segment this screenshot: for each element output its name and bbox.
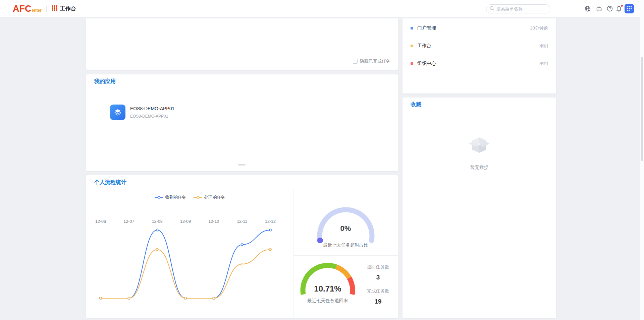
user-avatar[interactable]	[625, 4, 634, 13]
returned-tasks-stat: 退回任务数 3	[362, 264, 394, 281]
layers-icon	[110, 105, 125, 120]
grid-icon	[52, 5, 57, 12]
completed-tasks-value: 19	[362, 298, 394, 305]
item-label: 工作台	[417, 43, 539, 49]
assistant-icon[interactable]	[596, 5, 602, 12]
gauge-stats: 退回任务数 3 完成任务数 19	[362, 264, 394, 305]
return-rate-gauge-label: 最近七天任务退回率	[293, 298, 362, 304]
topbar-divider	[46, 6, 47, 12]
notifications-icon[interactable]	[615, 5, 622, 12]
item-bullet	[411, 45, 413, 47]
help-icon[interactable]	[606, 5, 613, 12]
logo-suffix-text: enter	[32, 8, 42, 13]
topbar: AFC enter 工作台	[0, 0, 644, 17]
completed-tasks-label: 完成任务数	[362, 289, 394, 294]
list-item[interactable]: 门户管理 28分钟前	[402, 19, 556, 37]
app-item[interactable]: EOS8-DEMO-APP01 EOS8-DEMO-APP01	[110, 105, 174, 120]
empty-text: 暂无数据	[470, 165, 489, 171]
favorites-title: 收藏	[411, 101, 421, 108]
my-apps-header: 我的应用	[86, 74, 398, 89]
process-stats-header: 个人流程统计	[86, 175, 398, 190]
workspace-label: 工作台	[60, 5, 76, 12]
returned-tasks-label: 退回任务数	[362, 264, 394, 270]
notification-badge-dot	[621, 5, 623, 7]
recent-visits-card: 门户管理 28分钟前 工作台 刚刚 组织中心 刚刚	[402, 18, 556, 93]
legend-line-icon	[155, 196, 163, 199]
workspace-switcher[interactable]: 工作台	[52, 5, 76, 12]
svg-text:12-11: 12-11	[237, 219, 247, 224]
app-logo[interactable]: AFC enter	[13, 4, 42, 13]
return-rate-gauge-value: 10.71%	[293, 284, 362, 294]
language-icon[interactable]	[584, 5, 591, 12]
favorites-card: 收藏 暂无数据	[402, 98, 556, 318]
empty-box-icon	[468, 134, 490, 154]
list-item[interactable]: 组织中心 刚刚	[402, 55, 556, 72]
hide-completed-toggle[interactable]: 隐藏已完成任务	[353, 58, 390, 64]
favorites-header: 收藏	[402, 98, 556, 112]
svg-text:12-07: 12-07	[123, 219, 134, 224]
recent-list: 门户管理 28分钟前 工作台 刚刚 组织中心 刚刚	[402, 18, 556, 72]
svg-text:12-06: 12-06	[95, 219, 106, 224]
item-label: 组织中心	[417, 61, 539, 67]
completed-tasks-stat: 完成任务数 19	[362, 289, 394, 305]
item-time: 刚刚	[539, 61, 548, 67]
legend-item[interactable]: 收到的任务	[155, 195, 186, 200]
chart-legend: 收到的任务处理的任务	[86, 195, 293, 200]
returned-tasks-value: 3	[362, 274, 394, 281]
svg-text:12-08: 12-08	[152, 219, 163, 224]
screen: AFC enter 工作台	[0, 0, 644, 320]
overtime-gauge-label: 最近七天任务超时占比	[293, 242, 398, 248]
legend-label: 处理的任务	[204, 195, 225, 200]
search-input[interactable]	[496, 6, 555, 11]
line-chart-svg: 12-0612-0712-0812-0912-1012-1112-12	[86, 190, 293, 318]
my-apps-title: 我的应用	[94, 78, 116, 85]
svg-text:12-09: 12-09	[180, 219, 191, 224]
hide-completed-label: 隐藏已完成任务	[360, 58, 390, 64]
tasks-card: 隐藏已完成任务	[86, 18, 398, 70]
empty-state: 暂无数据	[402, 134, 556, 171]
legend-item[interactable]: 处理的任务	[194, 195, 225, 200]
my-apps-card: 我的应用 EOS8-DEMO-APP01 EOS8-DEMO-APP01	[86, 74, 398, 171]
legend-line-icon	[194, 196, 202, 199]
process-stats-title: 个人流程统计	[94, 179, 126, 186]
process-line-chart: 收到的任务处理的任务 12-0612-0712-0812-0912-1012-1…	[86, 190, 293, 318]
item-time: 28分钟前	[530, 25, 548, 31]
svg-text:12-12: 12-12	[265, 219, 276, 224]
item-bullet	[411, 27, 413, 29]
list-item[interactable]: 工作台 刚刚	[402, 37, 556, 55]
app-subtitle: EOS8-DEMO-APP01	[130, 114, 174, 119]
scrollbar-track[interactable]	[640, 0, 644, 320]
item-label: 门户管理	[417, 25, 530, 31]
item-bullet	[411, 62, 413, 65]
logo-text: AFC	[13, 4, 32, 13]
app-name: EOS8-DEMO-APP01	[130, 106, 174, 111]
search-icon	[490, 6, 494, 12]
legend-label: 收到的任务	[165, 195, 186, 200]
apps-pager-indicator[interactable]	[238, 164, 246, 166]
item-time: 刚刚	[539, 43, 548, 49]
svg-text:12-10: 12-10	[208, 219, 219, 224]
overtime-gauge-value: 0%	[293, 224, 398, 233]
hide-completed-checkbox[interactable]	[353, 59, 358, 64]
scrollbar-thumb[interactable]	[641, 57, 643, 161]
process-stats-card: 个人流程统计 收到的任务处理的任务 12-0612-0712-0812-0912…	[86, 175, 398, 318]
search-box[interactable]	[486, 4, 550, 13]
